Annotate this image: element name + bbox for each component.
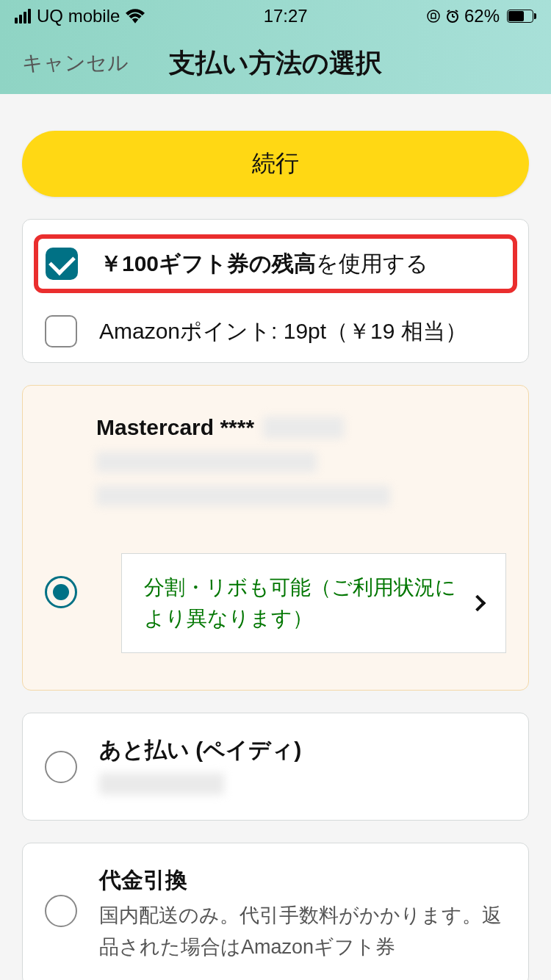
points-label: Amazonポイント: 19pt（￥19 相当） [99, 317, 467, 347]
redacted-line-2 [96, 486, 390, 506]
status-right: 62% [426, 6, 536, 26]
gift-checkbox[interactable] [46, 248, 78, 280]
status-time: 17:27 [264, 6, 308, 26]
content: 続行 ￥100ギフト券の残高を使用する Amazonポイント: 19pt（￥19… [0, 94, 551, 980]
mastercard-title: Mastercard **** [96, 415, 254, 440]
installment-option[interactable]: 分割・リボも可能（ご利用状況により異なります） [121, 553, 506, 653]
gift-label-bold: ￥100ギフト券の残高 [100, 251, 316, 275]
battery-percent: 62% [464, 6, 500, 26]
mastercard-radio[interactable] [45, 576, 77, 608]
cod-card[interactable]: 代金引換 国内配送のみ。代引手数料がかかります。返品された場合はAmazonギフ… [22, 843, 529, 980]
alarm-icon [445, 9, 460, 24]
svg-point-0 [428, 10, 439, 22]
cod-title: 代金引換 [99, 865, 506, 896]
nav-header: キャンセル 支払い方法の選択 [0, 32, 551, 94]
gift-balance-row[interactable]: ￥100ギフト券の残高を使用する [34, 234, 517, 293]
status-bar: UQ mobile 17:27 62% [0, 0, 551, 32]
carrier-label: UQ mobile [37, 6, 120, 26]
cod-desc: 国内配送のみ。代引手数料がかかります。返品された場合はAmazonギフト券 [99, 900, 506, 963]
continue-button[interactable]: 続行 [22, 131, 529, 197]
page-title: 支払い方法の選択 [169, 46, 382, 82]
installment-label: 分割・リボも可能（ご利用状況により異なります） [144, 572, 461, 634]
cancel-button[interactable]: キャンセル [22, 49, 129, 77]
lock-rotation-icon [426, 9, 441, 24]
wifi-icon [126, 9, 145, 24]
points-checkbox[interactable] [45, 315, 77, 347]
svg-line-5 [455, 10, 458, 12]
svg-line-4 [447, 10, 450, 12]
mastercard-card[interactable]: Mastercard **** 分割・リボも可能（ご利用状況により異なります） [22, 385, 529, 691]
redacted-card-number [263, 417, 344, 439]
battery-icon [504, 10, 536, 23]
gift-label: ￥100ギフト券の残高を使用する [100, 249, 428, 279]
balance-card: ￥100ギフト券の残高を使用する Amazonポイント: 19pt（￥19 相当… [22, 219, 529, 363]
points-row[interactable]: Amazonポイント: 19pt（￥19 相当） [23, 300, 528, 362]
status-left: UQ mobile [15, 6, 145, 26]
signal-icon [15, 9, 31, 24]
redacted-line-1 [96, 452, 317, 472]
redacted-paidy [99, 773, 224, 795]
paidy-title: あと払い (ペイディ) [99, 735, 506, 765]
paidy-card[interactable]: あと払い (ペイディ) [22, 713, 529, 821]
cod-radio[interactable] [45, 895, 77, 927]
chevron-right-icon [469, 595, 486, 612]
gift-label-rest: を使用する [316, 251, 428, 275]
paidy-radio[interactable] [45, 751, 77, 783]
